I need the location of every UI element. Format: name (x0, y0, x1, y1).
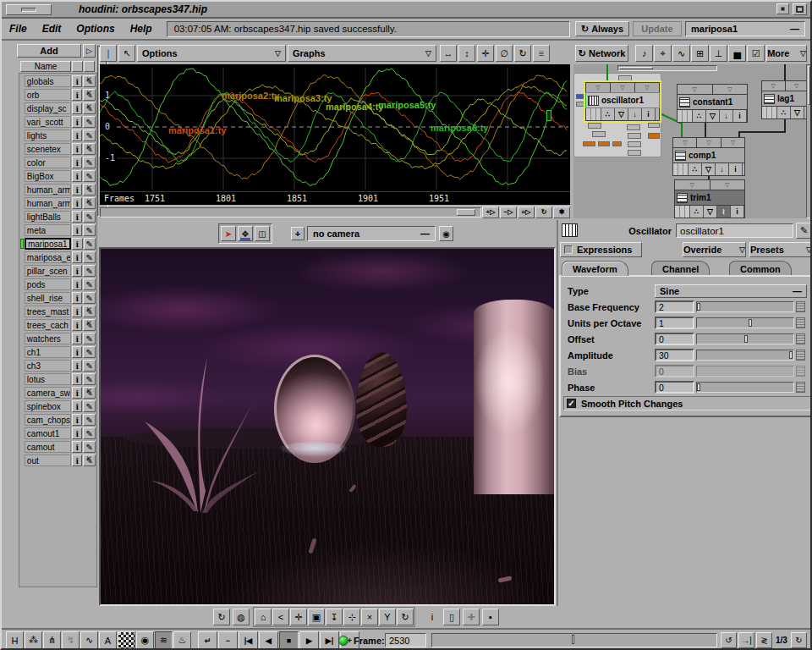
menu-file[interactable]: File (9, 23, 27, 35)
texture-icon[interactable]: ▦ (118, 631, 135, 649)
info-button[interactable]: i (72, 265, 83, 277)
edit-pencil-button-locked[interactable]: ✎✕ (83, 102, 96, 114)
node-footer-button[interactable]: ∴ (693, 110, 706, 122)
node-channel-cells[interactable] (675, 206, 690, 218)
edit-pencil-button-locked[interactable]: ✎✕ (83, 306, 96, 317)
node-footer-button[interactable]: i (729, 163, 743, 175)
channel-graph-plot[interactable]: 10-1mariposa1:tymariposa2:tymariposa3:ty… (100, 64, 570, 191)
edit-pencil-button[interactable]: ✎ (83, 278, 96, 290)
node-footer-button[interactable]: ∴ (689, 163, 702, 175)
object-name-cell[interactable]: ch3 (25, 360, 71, 372)
list-item[interactable]: display_sci✎✕ (20, 102, 96, 115)
node-header-flags[interactable]: ▽▽▽ (673, 138, 744, 148)
rotate-icon[interactable]: ↻ (397, 609, 414, 625)
network-vscroll-thumb[interactable] (808, 66, 810, 105)
object-name-cell[interactable]: color (25, 157, 71, 168)
minimize-button[interactable] (776, 3, 789, 14)
edit-pencil-button-locked[interactable]: ✎✕ (83, 197, 96, 209)
list-item[interactable]: camout1i✎ (20, 427, 96, 440)
param-value-input[interactable]: 0 (655, 365, 694, 377)
tab-waveform[interactable]: Waveform (562, 261, 628, 276)
channel-list-icon[interactable]: ≡ (533, 45, 550, 62)
page-icon[interactable]: ▯ (443, 609, 460, 625)
scroll-add-button[interactable]: +▷ (482, 207, 499, 218)
graphs-dropdown[interactable]: Graphs▽ (288, 45, 436, 62)
drop-icon[interactable]: ↧ (326, 609, 343, 625)
operator-name-input[interactable]: oscillator1 (676, 223, 793, 238)
funnel-icon[interactable]: Y (379, 609, 396, 625)
param-value-input[interactable]: 0 (655, 333, 694, 345)
pole-icon[interactable]: ⊥ (710, 45, 727, 62)
list-item[interactable]: scenetexi✎✕ (20, 142, 96, 156)
network-node-lag1[interactable]: ▽▽lag1∴▽ (761, 80, 806, 119)
stop-button[interactable]: ■ (279, 631, 299, 649)
list-item[interactable]: camouti✎ (20, 440, 96, 454)
info-button[interactable]: i (72, 360, 83, 372)
param-value-input[interactable]: 30 (655, 349, 694, 361)
edit-pencil-button-locked[interactable]: ✎✕ (83, 184, 96, 196)
edit-pencil-button[interactable]: ✎ (83, 251, 96, 263)
home-view-icon[interactable]: ⌂ (255, 609, 272, 625)
menu-help[interactable]: Help (130, 23, 152, 35)
object-name-cell[interactable]: ch1 (25, 346, 71, 358)
slider-handle[interactable] (749, 319, 752, 327)
edit-pencil-button[interactable]: ✎ (83, 224, 96, 236)
node-title[interactable]: oscillator1 (586, 93, 659, 107)
network-vscrollbar[interactable] (806, 64, 812, 218)
node-flag-cell[interactable]: ▽ (786, 81, 807, 91)
presets-dropdown[interactable]: Presets▽ (749, 242, 812, 257)
add-view-icon[interactable]: ✚ (463, 609, 480, 625)
node-channel-cells[interactable] (586, 108, 601, 120)
objects-icon[interactable]: ⁂ (25, 631, 42, 649)
info-button[interactable]: i (72, 75, 83, 87)
object-name-cell[interactable]: trees_cach (25, 319, 71, 331)
list-item[interactable]: lightBallsi✎ (20, 210, 96, 223)
options-dropdown[interactable]: Options▽ (137, 45, 286, 62)
camera-handle-button[interactable]: ◫ (255, 226, 270, 241)
node-flag-cell[interactable]: ▽ (762, 81, 786, 91)
info-button[interactable]: i (72, 400, 83, 412)
pin-icon[interactable]: ▪ (482, 609, 499, 625)
ladder-button[interactable] (796, 333, 805, 344)
slider-handle[interactable] (789, 351, 793, 359)
edit-pencil-button[interactable]: ✎ (83, 346, 96, 358)
pan-view-icon[interactable]: ✛ (477, 45, 494, 62)
object-name-cell[interactable]: human_arm (25, 184, 71, 196)
step-button[interactable]: →| (738, 632, 754, 648)
edit-pencil-button[interactable]: ✎ (84, 238, 96, 250)
object-name-cell[interactable]: pods (25, 278, 71, 290)
node-footer[interactable]: ∴▽↓i (586, 107, 659, 120)
histogram-icon[interactable]: ▅ (728, 45, 746, 62)
edit-pencil-button[interactable]: ✎ (83, 170, 96, 182)
update-button[interactable]: Update (633, 21, 682, 36)
edit-pencil-button-locked[interactable]: ✎✕ (83, 143, 96, 155)
add-arrow-button[interactable]: ▷ (83, 44, 96, 58)
edit-pencil-button-locked[interactable]: ✎✕ (83, 387, 96, 399)
list-item[interactable]: spineboxi✎ (20, 399, 96, 413)
export-flag-icon[interactable]: ☑ (747, 45, 765, 62)
node-footer-button[interactable]: ▽ (704, 206, 717, 218)
text-icon[interactable]: A (99, 631, 117, 649)
list-item[interactable]: ch1i✎ (20, 345, 96, 359)
ladder-button[interactable] (796, 382, 805, 393)
list-item[interactable]: colori✎ (20, 156, 96, 169)
info-button[interactable]: i (72, 116, 83, 128)
add-button[interactable]: Add (17, 44, 81, 58)
node-footer-button[interactable]: ▽ (615, 108, 628, 120)
node-footer[interactable]: ∴▽↓i (673, 162, 744, 175)
edit-column-header[interactable] (84, 61, 95, 72)
list-item[interactable]: human_armi✎✕ (20, 183, 96, 196)
info-button[interactable]: i (72, 197, 83, 209)
info-button[interactable]: i (72, 454, 83, 466)
info-button[interactable]: i (72, 102, 83, 114)
slider-handle[interactable] (744, 335, 748, 343)
name-column-header[interactable]: Name (20, 61, 71, 72)
list-item[interactable]: pillar_sceni✎ (20, 264, 96, 278)
camera-lock-button[interactable]: ◉ (439, 226, 453, 241)
mouse-device-icon[interactable]: ⌖ (654, 45, 672, 62)
param-value-input[interactable]: 2 (655, 300, 694, 313)
info-button[interactable]: i (72, 373, 83, 385)
object-name-cell[interactable]: out (25, 454, 71, 466)
network-path-selector[interactable]: mariposa1 — (685, 21, 805, 36)
smooth-pitch-checkbox[interactable]: ✓ (567, 399, 576, 408)
